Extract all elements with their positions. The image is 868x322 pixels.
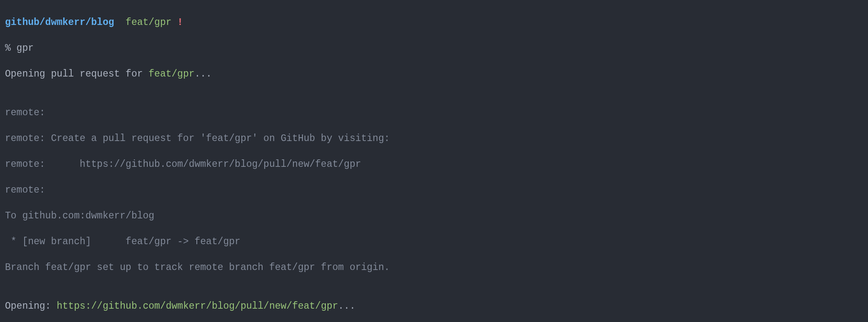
prompt-sigil: %: [5, 43, 17, 54]
terminal-window[interactable]: github/dwmkerr/blog feat/gpr ! % gpr Ope…: [0, 0, 868, 322]
shell-prompt: github/dwmkerr/blog feat/gpr !: [5, 16, 863, 29]
remote-line: remote: Create a pull request for 'feat/…: [5, 132, 863, 145]
output-line: Opening: https://github.com/dwmkerr/blog…: [5, 300, 863, 313]
text: ...: [194, 69, 211, 79]
command-line: % gpr: [5, 42, 863, 55]
push-line: Branch feat/gpr set up to track remote b…: [5, 261, 863, 274]
remote-line: remote:: [5, 107, 863, 119]
prompt-dirty-icon: !: [177, 17, 183, 28]
prompt-branch: feat/gpr: [126, 17, 171, 28]
output-line: Opening pull request for feat/gpr...: [5, 68, 863, 81]
text: Opening pull request for: [5, 69, 149, 79]
push-line: * [new branch] feat/gpr -> feat/gpr: [5, 235, 863, 248]
branch-name: feat/gpr: [149, 69, 194, 79]
text: Opening:: [5, 301, 57, 312]
prompt-path: github/dwmkerr/blog: [5, 17, 114, 28]
text: ...: [338, 301, 355, 312]
prompt-sep2: [171, 17, 177, 28]
remote-line: remote:: [5, 184, 863, 197]
pr-url: https://github.com/dwmkerr/blog/pull/new…: [57, 301, 338, 312]
command-text: gpr: [17, 43, 34, 54]
push-line: To github.com:dwmkerr/blog: [5, 210, 863, 223]
prompt-sep: [114, 17, 126, 28]
remote-line: remote: https://github.com/dwmkerr/blog/…: [5, 158, 863, 171]
